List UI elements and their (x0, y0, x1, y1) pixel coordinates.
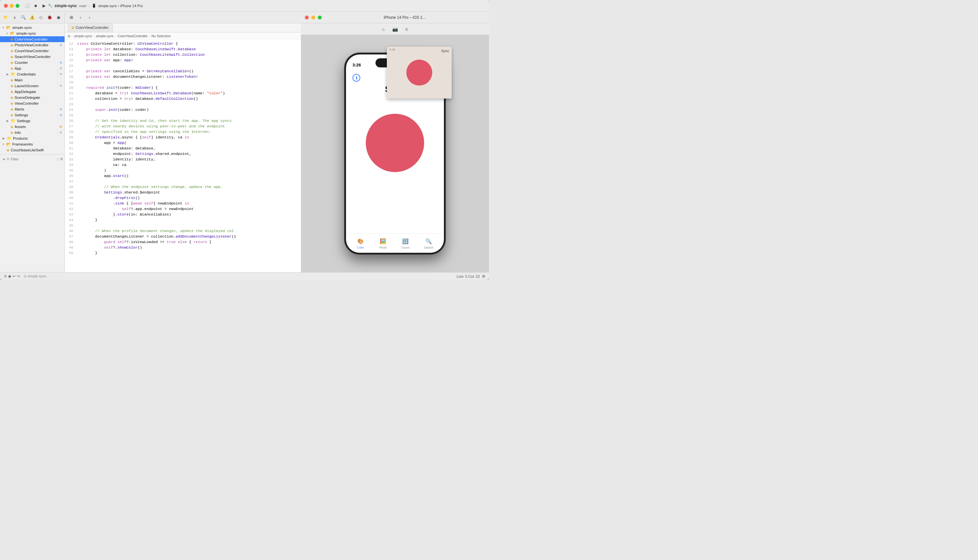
info-icon[interactable]: ℹ (352, 74, 360, 82)
line-code[interactable]: // When the profile document changes, up… (77, 228, 301, 234)
line-code[interactable]: Credentials.async { [self] identity, ca … (77, 135, 301, 140)
line-code[interactable]: app = App( (77, 140, 301, 145)
sidebar-item-couchbase[interactable]: ◈ CouchbaseLiteSwift (0, 147, 65, 153)
line-code[interactable]: database = try! CouchbaseLiteSwift.Datab… (77, 90, 301, 96)
sidebar-item-simple-sync-group[interactable]: ▾📂 simple-sync (0, 30, 65, 36)
bc-item3[interactable]: ColorViewController (117, 34, 147, 38)
line-code[interactable] (77, 178, 301, 184)
sidebar-item-frameworks[interactable]: ▾📂 Frameworks (0, 141, 65, 147)
filter-status-icon[interactable]: ⊙ (4, 274, 7, 278)
tab-item-search[interactable]: 🔍Search (424, 238, 434, 249)
close-button[interactable] (4, 4, 8, 8)
tab-item-photo[interactable]: 🖼️Photo (379, 238, 387, 249)
sim-home-icon[interactable]: ⌂ (380, 26, 387, 32)
sidebar-toggle-button[interactable]: ⬜ (23, 2, 31, 10)
line-code[interactable]: ) (77, 168, 301, 173)
sim-minimize-button[interactable] (311, 15, 315, 20)
line-code[interactable]: .sink { [weak self] newEndpoint in (77, 201, 301, 206)
sort-icon[interactable]: ↕ (57, 157, 59, 161)
line-code[interactable]: } (77, 250, 301, 256)
test-icon-btn[interactable]: ◇ (37, 13, 45, 22)
sidebar-item-countvc[interactable]: ◈ CountViewController (0, 48, 65, 54)
sidebar-item-launchscreen[interactable]: ◈ LaunchScreenR (0, 83, 65, 89)
bc-item2[interactable]: simple-sync (96, 34, 113, 38)
grid-icon[interactable]: ⊞ (60, 157, 63, 161)
sidebar-item-alerts[interactable]: ◈ AlertsA (0, 106, 65, 112)
line-code[interactable]: .dropFirst() (77, 195, 301, 201)
line-code[interactable]: class ColorViewController: UIViewControl… (77, 41, 301, 46)
filter-input[interactable] (11, 157, 55, 161)
nav-arrows2-icon[interactable]: ↪ (17, 274, 20, 278)
add-icon[interactable]: + (3, 157, 5, 162)
line-code[interactable]: private let collection: CouchbaseLiteSwi… (77, 52, 301, 57)
sim-screenshot-icon[interactable]: 📷 (392, 26, 398, 32)
tab-item-color[interactable]: 🎨Color (357, 238, 364, 249)
sidebar-item-appdelegate[interactable]: ◈ AppDelegate (0, 89, 65, 95)
line-code[interactable] (77, 63, 301, 68)
sidebar-item-settings-file[interactable]: ◈ SettingsA (0, 112, 65, 118)
line-code[interactable]: } (77, 217, 301, 223)
line-code[interactable]: self?.app.endpoint = newEndpoint (77, 206, 301, 212)
line-code[interactable]: endpoint: Settings.shared.endpoint, (77, 151, 301, 157)
line-code[interactable] (77, 102, 301, 107)
sidebar-item-colorvc[interactable]: ◈ ColorViewControllerA (0, 36, 65, 42)
line-code[interactable]: self?.showColor() (77, 245, 301, 250)
line-code[interactable]: identity: identity, (77, 157, 301, 162)
sidebar-item-scenedelegate[interactable]: ◈ SceneDelegate (0, 95, 65, 100)
sidebar-item-counter[interactable]: ◈ CounterA (0, 60, 65, 65)
sidebar-item-settings-folder[interactable]: ▶📁 Settings (0, 118, 65, 124)
line-code[interactable]: // with nearby devices using peer-to-pee… (77, 123, 301, 129)
breakpoints-icon[interactable]: ◉ (8, 274, 11, 278)
line-code[interactable]: app.start() (77, 173, 301, 178)
nav-arrows-icon[interactable]: ↩ (13, 274, 15, 278)
sim-close-button[interactable] (305, 15, 309, 20)
color-circle[interactable] (366, 114, 424, 172)
line-code[interactable]: super.init(coder: coder) (77, 107, 301, 112)
color-vc-tab[interactable]: ◈ ColorViewController (67, 23, 113, 32)
sim-maximize-button[interactable] (318, 15, 322, 20)
sidebar-item-photovc[interactable]: ◈ PhotoViewControllerA (0, 42, 65, 48)
code-content[interactable]: 12class ColorViewController: UIViewContr… (65, 40, 301, 272)
nav-back-button[interactable]: ‹ (77, 13, 84, 22)
warning-icon-btn[interactable]: ⚠️ (28, 13, 36, 22)
line-code[interactable]: private var documentChangeListener: List… (77, 74, 301, 79)
sidebar-item-searchvc[interactable]: ◈ SearchViewController (0, 54, 65, 60)
sidebar-item-products[interactable]: ▶📁 Products (0, 135, 65, 141)
line-code[interactable]: // specified in the app settings using t… (77, 129, 301, 135)
line-code[interactable]: // Get the identity and CA, then start t… (77, 118, 301, 123)
line-code[interactable] (77, 223, 301, 228)
line-code[interactable]: Settings.shared.$endpoint (77, 190, 301, 195)
line-code[interactable]: database: database, (77, 145, 301, 151)
line-code[interactable]: }.store(in: &cancellables) (77, 212, 301, 217)
sidebar-item-info[interactable]: ◈ InfoR (0, 130, 65, 135)
minimize-button[interactable] (10, 4, 13, 8)
line-code[interactable]: collection = try! database.defaultCollec… (77, 96, 301, 102)
sidebar-item-simple-sync-root[interactable]: ▾📂 simple-sync (0, 25, 65, 30)
sidebar-item-assets[interactable]: ◈ AssetsM (0, 124, 65, 130)
line-code[interactable]: guard self?.isViewLoaded == true else { … (77, 239, 301, 245)
code-grid-icon[interactable]: ⊞ (67, 13, 75, 22)
sidebar-item-main[interactable]: ◈ Main (0, 77, 65, 83)
maximize-button[interactable] (15, 4, 20, 8)
line-code[interactable] (77, 112, 301, 118)
tab-item-count[interactable]: 🔢Count (401, 238, 409, 249)
bc-item1[interactable]: simple-sync (74, 34, 92, 38)
stop-button[interactable]: ■ (32, 2, 40, 10)
line-code[interactable]: private var app: App! (77, 57, 301, 63)
line-code[interactable]: required init?(coder: NSCoder) { (77, 85, 301, 90)
line-code[interactable]: private let database: CouchbaseLiteSwift… (77, 46, 301, 52)
line-code[interactable]: // When the endpoint settings change, up… (77, 184, 301, 190)
source-control-icon-btn[interactable]: ± (11, 13, 18, 22)
folder-icon-btn[interactable]: 📁 (2, 13, 10, 22)
sidebar-item-app[interactable]: ◈ AppR (0, 65, 65, 71)
debug-icon-btn[interactable]: 🐞 (46, 13, 53, 22)
find-icon-btn[interactable]: 🔍 (20, 13, 27, 22)
breakpoint-icon-btn[interactable]: ◉ (55, 13, 62, 22)
sidebar-item-credentials[interactable]: ▶📁 CredentialsR (0, 71, 65, 77)
line-code[interactable]: ca: ca (77, 162, 301, 168)
line-code[interactable]: private var cancellables = Set<AnyCancel… (77, 68, 301, 74)
sim-rotate-icon[interactable]: ⎋ (403, 26, 410, 32)
line-code[interactable] (77, 79, 301, 85)
run-button[interactable]: ▶ (40, 2, 48, 10)
line-code[interactable]: documentChangeListener = collection.addD… (77, 234, 301, 239)
